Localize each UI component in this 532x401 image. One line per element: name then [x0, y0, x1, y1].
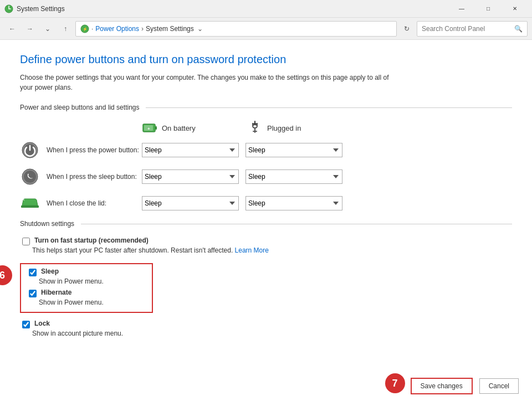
lock-checkbox[interactable]	[22, 321, 30, 328]
breadcrumb: ⚡ · Power Options › System Settings ⌄	[75, 21, 397, 37]
power-button-icon	[21, 141, 39, 159]
breadcrumb-power-options[interactable]: Power Options	[95, 25, 139, 33]
forward-button[interactable]: →	[22, 21, 38, 37]
power-button-icon-wrap	[20, 140, 40, 160]
power-options-breadcrumb-icon: ⚡	[80, 24, 89, 33]
maximize-button[interactable]: □	[475, 0, 501, 18]
lid-icon-wrap	[20, 193, 40, 213]
sleep-button-icon	[21, 168, 39, 186]
shutdown-section: Shutdown settings Turn on fast startup (…	[20, 220, 512, 337]
lid-battery-select[interactable]: Sleep Do nothing Hibernate Shut down Tur…	[142, 196, 239, 210]
search-icon[interactable]: 🔍	[514, 25, 523, 33]
learn-more-link[interactable]: Learn More	[235, 246, 269, 254]
lid-label: When I close the lid:	[47, 199, 142, 207]
column-headers: + On battery Plugged in	[142, 120, 512, 136]
fast-startup-desc: This helps start your PC faster after sh…	[32, 246, 512, 254]
annotation-6: 6	[0, 265, 12, 285]
sleep-desc: Show in Power menu.	[39, 277, 146, 285]
fast-startup-label[interactable]: Turn on fast startup (recommended)	[34, 237, 149, 244]
fast-startup-item: Turn on fast startup (recommended)	[22, 237, 512, 245]
window-controls: — □ ✕	[449, 0, 528, 18]
svg-rect-13	[21, 205, 39, 208]
save-changes-button[interactable]: Save changes	[411, 378, 473, 394]
breadcrumb-current: System Settings	[146, 25, 194, 33]
annotation-7: 7	[385, 373, 405, 393]
lock-desc: Show in account picture menu.	[32, 330, 512, 337]
search-area: 🔍	[417, 21, 528, 37]
minimize-button[interactable]: —	[449, 0, 474, 18]
search-input[interactable]	[422, 25, 514, 33]
svg-text:⚡: ⚡	[83, 27, 88, 32]
addressbar: ← → ⌄ ↑ ⚡ · Power Options › System Setti…	[0, 18, 532, 40]
back-button[interactable]: ←	[4, 21, 20, 37]
main-content: Define power buttons and turn on passwor…	[0, 40, 532, 401]
lock-cb-label[interactable]: Lock	[34, 320, 50, 327]
page-description: Choose the power settings that you want …	[20, 73, 397, 92]
page-title: Define power buttons and turn on passwor…	[20, 53, 512, 66]
svg-point-12	[24, 171, 36, 183]
hibernate-checkbox[interactable]	[29, 290, 37, 297]
dropdown-button[interactable]: ⌄	[40, 21, 55, 37]
lid-icon	[20, 194, 40, 212]
sleep-checkbox[interactable]	[29, 269, 37, 276]
power-button-label: When I press the power button:	[47, 146, 142, 154]
col-plugged-label: Plugged in	[267, 124, 301, 132]
up-button[interactable]: ↑	[58, 21, 73, 37]
power-button-row: When I press the power button: Sleep Do …	[20, 140, 512, 160]
lid-plugged-select[interactable]: Sleep Do nothing Hibernate Shut down Tur…	[245, 196, 342, 210]
sleep-battery-select[interactable]: Sleep Do nothing Hibernate Shut down Tur…	[142, 169, 239, 184]
lid-row: When I close the lid: Sleep Do nothing H…	[20, 193, 512, 213]
col-battery-label: On battery	[162, 124, 196, 132]
battery-icon: +	[142, 120, 157, 136]
hibernate-cb-label[interactable]: Hibernate	[41, 289, 71, 296]
power-plugged-select[interactable]: Sleep Do nothing Hibernate Shut down Tur…	[245, 143, 342, 157]
sleep-cb-label[interactable]: Sleep	[41, 268, 59, 275]
svg-rect-8	[255, 123, 257, 126]
app-icon	[4, 4, 13, 13]
hibernate-desc: Show in Power menu.	[39, 299, 146, 306]
svg-text:+: +	[147, 126, 150, 131]
section1-line	[146, 107, 512, 108]
lock-item: Lock	[22, 320, 512, 328]
svg-rect-7	[253, 123, 254, 126]
section1-label: Power and sleep buttons and lid settings	[20, 104, 139, 111]
plug-icon	[247, 120, 263, 136]
breadcrumb-dropdown-btn[interactable]: ⌄	[197, 25, 203, 33]
section2-label: Shutdown settings	[20, 220, 74, 228]
power-battery-select[interactable]: Sleep Do nothing Hibernate Shut down Tur…	[142, 143, 239, 157]
col-header-battery: + On battery	[142, 120, 247, 136]
sleep-item: Sleep	[29, 268, 146, 276]
sleep-button-row: When I press the sleep button: Sleep Do …	[20, 167, 512, 187]
close-button[interactable]: ✕	[502, 0, 528, 18]
cancel-button[interactable]: Cancel	[479, 378, 519, 394]
col-header-plugged: Plugged in	[247, 120, 352, 136]
footer: 7 Save changes Cancel	[0, 371, 532, 401]
hibernate-item: Hibernate	[29, 289, 146, 297]
section1-header: Power and sleep buttons and lid settings	[20, 104, 512, 111]
svg-rect-4	[155, 126, 157, 130]
refresh-button[interactable]: ↻	[399, 21, 415, 37]
titlebar: System Settings — □ ✕	[0, 0, 532, 18]
fast-startup-checkbox[interactable]	[22, 238, 30, 245]
sleep-button-icon-wrap	[20, 167, 40, 187]
sleep-button-label: When I press the sleep button:	[47, 173, 142, 181]
titlebar-title: System Settings	[17, 5, 449, 13]
sleep-plugged-select[interactable]: Sleep Do nothing Hibernate Shut down Tur…	[245, 169, 342, 184]
section2-header: Shutdown settings	[20, 220, 512, 228]
section2-line	[81, 224, 512, 224]
sleep-hibernate-highlight: Sleep Show in Power menu. Hibernate	[20, 263, 153, 313]
breadcrumb-separator-dot: ·	[91, 25, 93, 33]
breadcrumb-arrow: ›	[141, 25, 144, 33]
